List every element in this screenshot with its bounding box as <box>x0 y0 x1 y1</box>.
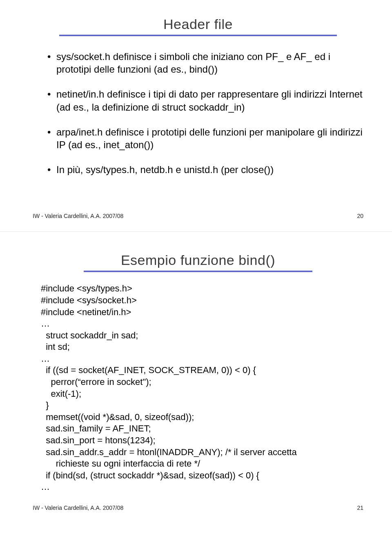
bullet-item: In più, sys/types.h, netdb.h e unistd.h … <box>47 163 363 176</box>
title-rule <box>84 271 312 272</box>
footer-page-number: 20 <box>357 213 363 219</box>
footer-author: IW - Valeria Cardellini, A.A. 2007/08 <box>33 505 123 511</box>
code-block: #include <sys/types.h> #include <sys/soc… <box>33 283 363 493</box>
slide-2-title: Esempio funzione bind() <box>33 252 363 268</box>
bullet-item: sys/socket.h definisce i simboli che ini… <box>47 50 363 76</box>
bullet-item: netinet/in.h definisce i tipi di dato pe… <box>47 88 363 113</box>
title-rule <box>59 35 337 36</box>
slide-2: Esempio funzione bind() #include <sys/ty… <box>0 232 392 519</box>
slide-2-footer: IW - Valeria Cardellini, A.A. 2007/08 21 <box>33 505 363 511</box>
slide-1-footer: IW - Valeria Cardellini, A.A. 2007/08 20 <box>33 213 363 219</box>
slide-1-bullets: sys/socket.h definisce i simboli che ini… <box>33 50 363 176</box>
footer-page-number: 21 <box>357 505 363 511</box>
slide-1-title: Header file <box>33 16 363 32</box>
slide-1: Header file sys/socket.h definisce i sim… <box>0 0 392 231</box>
footer-author: IW - Valeria Cardellini, A.A. 2007/08 <box>33 213 123 219</box>
bullet-item: arpa/inet.h definisce i prototipi delle … <box>47 126 363 151</box>
page: Header file sys/socket.h definisce i sim… <box>0 0 392 519</box>
